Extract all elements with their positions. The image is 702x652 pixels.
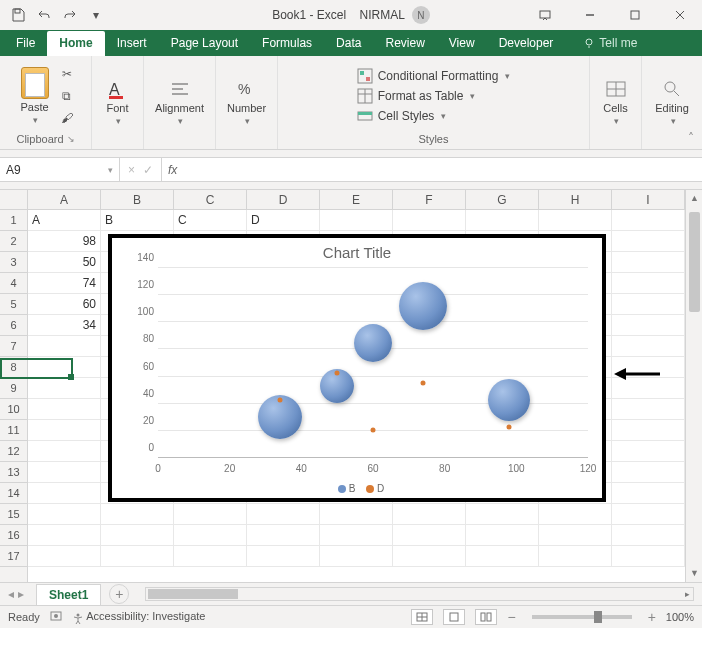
column-headers[interactable]: ABCDEFGHI (28, 190, 685, 210)
cell[interactable] (393, 504, 466, 525)
row-header[interactable]: 13 (0, 462, 27, 483)
minimize-icon[interactable] (567, 0, 612, 30)
cell[interactable] (28, 483, 101, 504)
clipboard-launcher-icon[interactable]: ↘ (67, 134, 75, 144)
accessibility-status[interactable]: Accessibility: Investigate (72, 610, 206, 623)
cell[interactable] (612, 273, 685, 294)
column-header[interactable]: C (174, 190, 247, 209)
number-button[interactable]: % Number▾ (227, 71, 267, 133)
scroll-right-icon[interactable]: ▸ (680, 588, 694, 600)
cell[interactable] (612, 462, 685, 483)
font-button[interactable]: A Font▾ (98, 71, 138, 133)
maximize-icon[interactable] (612, 0, 657, 30)
column-header[interactable]: A (28, 190, 101, 209)
cell[interactable] (28, 546, 101, 567)
column-header[interactable]: H (539, 190, 612, 209)
cancel-formula-icon[interactable]: × (128, 163, 135, 177)
row-header[interactable]: 9 (0, 378, 27, 399)
cell-styles-button[interactable]: Cell Styles▾ (355, 107, 513, 125)
cell[interactable] (539, 546, 612, 567)
cell[interactable] (247, 504, 320, 525)
add-sheet-icon[interactable]: + (109, 584, 129, 604)
cell[interactable] (393, 525, 466, 546)
chart-legend[interactable]: B D (112, 483, 602, 494)
cell[interactable] (466, 546, 539, 567)
cell[interactable] (101, 504, 174, 525)
conditional-formatting-button[interactable]: Conditional Formatting▾ (355, 67, 513, 85)
cell[interactable] (28, 525, 101, 546)
cell[interactable] (612, 252, 685, 273)
row-header[interactable]: 3 (0, 252, 27, 273)
avatar[interactable]: N (412, 6, 430, 24)
cell[interactable] (28, 504, 101, 525)
cell[interactable] (28, 357, 101, 378)
tab-data[interactable]: Data (324, 31, 373, 56)
tab-review[interactable]: Review (373, 31, 436, 56)
cell[interactable] (247, 546, 320, 567)
cell[interactable] (612, 420, 685, 441)
scatter-point[interactable] (277, 397, 282, 402)
enter-formula-icon[interactable]: ✓ (143, 163, 153, 177)
zoom-slider[interactable] (532, 615, 632, 619)
scatter-point[interactable] (421, 381, 426, 386)
cell[interactable] (101, 525, 174, 546)
row-header[interactable]: 7 (0, 336, 27, 357)
row-header[interactable]: 16 (0, 525, 27, 546)
qat-customise-icon[interactable]: ▾ (84, 3, 108, 27)
zoom-level[interactable]: 100% (666, 611, 694, 623)
cell[interactable]: 98 (28, 231, 101, 252)
embedded-chart[interactable]: Chart Title 0204060801001201400204060801… (108, 234, 606, 502)
cell[interactable] (612, 546, 685, 567)
cell[interactable] (174, 546, 247, 567)
row-header[interactable]: 14 (0, 483, 27, 504)
cell[interactable] (466, 504, 539, 525)
editing-button[interactable]: Editing▾ (652, 71, 692, 133)
sheet-tab-sheet1[interactable]: Sheet1 (36, 584, 101, 605)
cell[interactable] (247, 525, 320, 546)
cell[interactable] (466, 525, 539, 546)
cell[interactable]: D (247, 210, 320, 231)
close-icon[interactable] (657, 0, 702, 30)
bubble-point[interactable] (488, 379, 530, 421)
row-header[interactable]: 12 (0, 441, 27, 462)
cell[interactable]: B (101, 210, 174, 231)
cell[interactable] (174, 525, 247, 546)
cell[interactable] (28, 336, 101, 357)
column-header[interactable]: B (101, 190, 174, 209)
undo-icon[interactable] (32, 3, 56, 27)
cell[interactable] (612, 336, 685, 357)
row-header[interactable]: 6 (0, 315, 27, 336)
column-header[interactable]: I (612, 190, 685, 209)
formula-input[interactable] (183, 158, 702, 181)
macro-record-icon[interactable] (50, 610, 62, 624)
chart-title[interactable]: Chart Title (112, 238, 602, 263)
copy-icon[interactable]: ⧉ (57, 86, 77, 106)
cell[interactable] (612, 504, 685, 525)
row-headers[interactable]: 1234567891011121314151617 (0, 210, 28, 582)
cell[interactable] (101, 546, 174, 567)
column-header[interactable]: G (466, 190, 539, 209)
zoom-knob[interactable] (594, 611, 602, 623)
cell[interactable] (612, 441, 685, 462)
tab-insert[interactable]: Insert (105, 31, 159, 56)
tab-file[interactable]: File (4, 31, 47, 56)
cell[interactable] (393, 546, 466, 567)
scroll-thumb[interactable] (689, 212, 700, 312)
cell[interactable] (28, 441, 101, 462)
vertical-scrollbar[interactable]: ▲ ▼ (685, 190, 702, 582)
save-icon[interactable] (6, 3, 30, 27)
bubble-point[interactable] (354, 324, 392, 362)
cell[interactable] (320, 525, 393, 546)
sheet-nav-prev-icon[interactable]: ◂ (8, 587, 14, 601)
cell[interactable]: A (28, 210, 101, 231)
tab-page-layout[interactable]: Page Layout (159, 31, 250, 56)
column-header[interactable]: F (393, 190, 466, 209)
redo-icon[interactable] (58, 3, 82, 27)
cell[interactable] (28, 420, 101, 441)
worksheet-grid[interactable]: ABCDEFGHI 1234567891011121314151617 ABCD… (0, 190, 702, 582)
cell[interactable]: 34 (28, 315, 101, 336)
format-painter-icon[interactable]: 🖌 (57, 108, 77, 128)
horizontal-scrollbar[interactable]: ◂ ▸ (145, 587, 694, 601)
cell[interactable]: 74 (28, 273, 101, 294)
tab-developer[interactable]: Developer (487, 31, 566, 56)
